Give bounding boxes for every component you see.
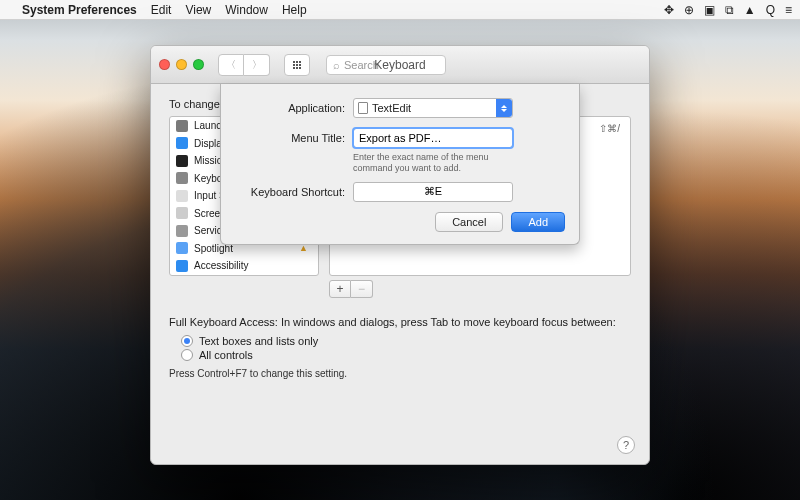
application-value: TextEdit	[372, 102, 411, 114]
application-label: Application:	[235, 102, 345, 114]
titlebar: 〈 〉 Keyboard ⌕ Search	[151, 46, 649, 84]
search-icon: ⌕	[333, 59, 340, 71]
prefs-window: 〈 〉 Keyboard ⌕ Search To change a sh Lau…	[150, 45, 650, 465]
sync-icon[interactable]: ⊕	[684, 3, 694, 17]
add-button[interactable]: Add	[511, 212, 565, 232]
minimize-button[interactable]	[176, 59, 187, 70]
menu-edit[interactable]: Edit	[151, 3, 172, 17]
zoom-button[interactable]	[193, 59, 204, 70]
traffic-lights	[159, 59, 204, 70]
wifi-icon[interactable]: ⧉	[725, 3, 734, 17]
remove-shortcut-button[interactable]: −	[351, 280, 373, 298]
close-button[interactable]	[159, 59, 170, 70]
fka-title: Full Keyboard Access: In windows and dia…	[169, 316, 631, 328]
show-all-button[interactable]	[284, 54, 310, 76]
menu-title-input[interactable]	[353, 128, 513, 148]
spotlight-sidebar-icon	[176, 242, 188, 254]
app-menu[interactable]: System Preferences	[22, 3, 137, 17]
fka-opt1[interactable]: Text boxes and lists only	[181, 334, 631, 348]
application-select[interactable]: TextEdit	[353, 98, 513, 118]
window-title: Keyboard	[374, 58, 425, 72]
user-icon[interactable]: ▲	[744, 3, 756, 17]
menu-help[interactable]: Help	[282, 3, 307, 17]
document-icon	[358, 102, 368, 114]
forward-button[interactable]: 〉	[244, 54, 270, 76]
notification-icon[interactable]: ≡	[785, 3, 792, 17]
menubar: System Preferences Edit View Window Help…	[0, 0, 800, 20]
add-shortcut-button[interactable]: +	[329, 280, 351, 298]
spotlight-icon[interactable]: Q	[766, 3, 775, 17]
cancel-button[interactable]: Cancel	[435, 212, 503, 232]
fka-opt2[interactable]: All controls	[181, 348, 631, 362]
status-icons: ✥ ⊕ ▣ ⧉ ▲ Q ≡	[664, 3, 792, 17]
back-button[interactable]: 〈	[218, 54, 244, 76]
launchpad-icon	[176, 120, 188, 132]
fka-hint: Press Control+F7 to change this setting.	[169, 368, 631, 379]
keyboard-icon	[176, 172, 188, 184]
menu-title-label: Menu Title:	[235, 132, 345, 144]
menu-window[interactable]: Window	[225, 3, 268, 17]
sidebar-item-accessibility[interactable]: Accessibility	[170, 257, 318, 275]
chevron-updown-icon	[496, 99, 512, 117]
shortcut-column-header: ⇧⌘/	[599, 123, 620, 134]
dropbox-icon[interactable]: ✥	[664, 3, 674, 17]
radio-icon	[181, 335, 193, 347]
shortcut-input[interactable]	[353, 182, 513, 202]
mission-icon	[176, 155, 188, 167]
shortcut-label: Keyboard Shortcut:	[235, 186, 345, 198]
input-icon	[176, 190, 188, 202]
menu-view[interactable]: View	[185, 3, 211, 17]
services-icon	[176, 225, 188, 237]
help-button[interactable]: ?	[617, 436, 635, 454]
display-icon[interactable]: ▣	[704, 3, 715, 17]
screen-icon	[176, 207, 188, 219]
display-icon	[176, 137, 188, 149]
add-shortcut-sheet: Application: TextEdit Menu Title: Enter …	[220, 84, 580, 245]
warning-icon: ▲	[299, 243, 312, 253]
menu-title-hint: Enter the exact name of the menu command…	[353, 152, 523, 174]
accessibility-icon	[176, 260, 188, 272]
sidebar-item-app-shortcuts[interactable]: App Shortcuts	[170, 275, 318, 277]
radio-icon	[181, 349, 193, 361]
